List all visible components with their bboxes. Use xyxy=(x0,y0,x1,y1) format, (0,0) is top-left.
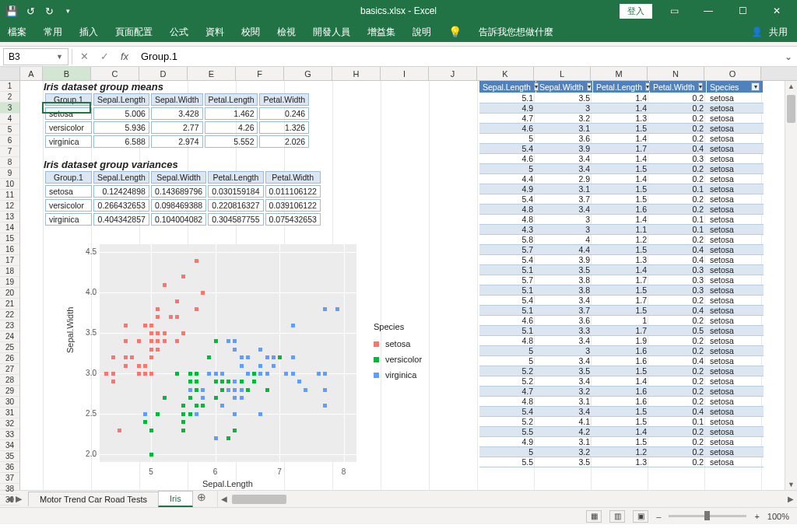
tab-help[interactable]: 說明 xyxy=(413,26,431,39)
row-header[interactable]: 25 xyxy=(0,342,19,353)
scroll-up-icon[interactable]: ▲ xyxy=(785,82,797,90)
row-header[interactable]: 6 xyxy=(0,135,19,146)
column-header[interactable]: G xyxy=(284,67,332,80)
row-header[interactable]: 27 xyxy=(0,364,19,375)
page-layout-view-icon[interactable]: ▥ xyxy=(609,510,625,523)
redo-icon[interactable]: ↻ xyxy=(42,4,56,18)
sheet-tab[interactable]: Motor Trend Car Road Tests xyxy=(28,492,159,506)
column-header[interactable]: H xyxy=(332,67,381,80)
row-header[interactable]: 14 xyxy=(0,222,19,233)
row-header[interactable]: 36 xyxy=(0,462,19,473)
row-header[interactable]: 33 xyxy=(0,429,19,440)
formula-input[interactable]: Group.1 xyxy=(132,51,780,62)
iris-data-table[interactable]: Sepal.Length▾Sepal.Width▾Petal.Length▾Pe… xyxy=(479,81,764,467)
zoom-level[interactable]: 100% xyxy=(767,512,789,521)
column-header[interactable]: F xyxy=(236,67,284,80)
zoom-in-icon[interactable]: + xyxy=(754,512,759,521)
row-header[interactable]: 37 xyxy=(0,473,19,484)
add-sheet-button[interactable]: ⊕ xyxy=(192,491,211,507)
filter-header[interactable]: Petal.Width▾ xyxy=(650,81,707,93)
column-header[interactable]: C xyxy=(91,67,139,80)
row-header[interactable]: 10 xyxy=(0,179,19,190)
tab-review[interactable]: 校閱 xyxy=(241,26,260,39)
tab-page-layout[interactable]: 頁面配置 xyxy=(115,26,153,39)
qat-customize-icon[interactable]: ▾ xyxy=(61,4,75,18)
scatter-chart[interactable]: Sepal.Width Sepal.Length Species setosav… xyxy=(62,236,389,485)
sign-in-button[interactable]: 登入 xyxy=(620,4,652,19)
fx-icon[interactable]: fx xyxy=(118,51,132,62)
row-header[interactable]: 16 xyxy=(0,244,19,255)
filter-dropdown-icon[interactable]: ▾ xyxy=(587,82,592,91)
row-header[interactable]: 19 xyxy=(0,277,19,288)
column-header[interactable]: N xyxy=(648,67,704,80)
scroll-right-icon[interactable]: ▶ xyxy=(785,495,797,503)
save-icon[interactable]: 💾 xyxy=(5,4,19,18)
filter-header[interactable]: Petal.Length▾ xyxy=(593,81,650,93)
row-header[interactable]: 24 xyxy=(0,331,19,342)
filter-header[interactable]: Sepal.Width▾ xyxy=(536,81,593,93)
row-header[interactable]: 31 xyxy=(0,408,19,418)
row-header[interactable]: 30 xyxy=(0,397,19,408)
filter-dropdown-icon[interactable]: ▾ xyxy=(751,82,760,91)
row-header[interactable]: 22 xyxy=(0,310,19,320)
ribbon-display-icon[interactable]: ▭ xyxy=(657,0,691,22)
tab-view[interactable]: 檢視 xyxy=(277,26,296,39)
column-header[interactable]: D xyxy=(139,67,188,80)
row-header[interactable]: 34 xyxy=(0,440,19,451)
undo-icon[interactable]: ↺ xyxy=(23,4,37,18)
sheet-tab[interactable]: Iris xyxy=(158,491,193,507)
row-header[interactable]: 15 xyxy=(0,233,19,244)
cancel-icon[interactable]: ✕ xyxy=(77,51,91,62)
row-header[interactable]: 5 xyxy=(0,124,19,135)
close-icon[interactable]: ✕ xyxy=(760,0,794,22)
vscroll-thumb[interactable] xyxy=(787,95,795,123)
tab-addins[interactable]: 增益集 xyxy=(367,26,395,39)
horizontal-scrollbar[interactable]: ◀ ▶ xyxy=(217,491,797,507)
column-header[interactable]: O xyxy=(704,67,761,80)
row-header[interactable]: 8 xyxy=(0,157,19,168)
row-header[interactable]: 1 xyxy=(0,81,19,92)
tab-formulas[interactable]: 公式 xyxy=(170,26,188,39)
column-header[interactable]: A xyxy=(20,67,43,80)
tell-me[interactable]: 告訴我您想做什麼 xyxy=(479,26,553,39)
select-all-corner[interactable] xyxy=(0,67,20,80)
row-header[interactable]: 12 xyxy=(0,201,19,212)
sheet-nav-prev-icon[interactable]: ◀ xyxy=(6,494,12,504)
column-header[interactable]: I xyxy=(381,67,429,80)
enter-icon[interactable]: ✓ xyxy=(97,51,111,62)
tab-developer[interactable]: 開發人員 xyxy=(313,26,350,39)
row-header[interactable]: 4 xyxy=(0,114,19,124)
lightbulb-icon[interactable]: 💡 xyxy=(448,26,462,38)
row-header[interactable]: 29 xyxy=(0,386,19,397)
row-header[interactable]: 9 xyxy=(0,168,19,179)
row-header[interactable]: 11 xyxy=(0,190,19,201)
expand-formula-bar-icon[interactable]: ⌄ xyxy=(780,51,797,62)
scroll-left-icon[interactable]: ◀ xyxy=(218,495,230,503)
tab-data[interactable]: 資料 xyxy=(205,26,224,39)
tab-home[interactable]: 常用 xyxy=(44,26,62,39)
filter-header[interactable]: Sepal.Length▾ xyxy=(479,81,536,93)
zoom-slider[interactable] xyxy=(669,515,746,517)
page-break-view-icon[interactable]: ▣ xyxy=(633,510,648,523)
row-header[interactable]: 35 xyxy=(0,451,19,462)
vertical-scrollbar[interactable]: ▲ ▼ xyxy=(785,81,797,490)
column-header[interactable]: B xyxy=(43,67,91,80)
hscroll-thumb[interactable] xyxy=(232,495,286,504)
filter-header[interactable]: Species▾ xyxy=(707,81,764,93)
normal-view-icon[interactable]: ▦ xyxy=(586,510,602,523)
column-header[interactable]: M xyxy=(591,67,648,80)
worksheet[interactable]: ABCDEFGHIJKLMNO 123456789101112131415161… xyxy=(0,67,797,507)
name-box[interactable]: B3 ▼ xyxy=(3,48,68,65)
tab-insert[interactable]: 插入 xyxy=(79,26,98,39)
row-header[interactable]: 3 xyxy=(0,103,19,114)
column-header[interactable]: J xyxy=(429,67,477,80)
filter-dropdown-icon[interactable]: ▾ xyxy=(698,82,703,91)
column-header[interactable]: K xyxy=(477,67,534,80)
row-header[interactable]: 7 xyxy=(0,146,19,157)
cell-grid[interactable]: Iris dataset group means Group.1Sepal.Le… xyxy=(20,81,797,490)
column-header[interactable]: L xyxy=(534,67,591,80)
row-header[interactable]: 17 xyxy=(0,255,19,266)
zoom-handle[interactable] xyxy=(704,511,710,520)
minimize-icon[interactable]: — xyxy=(691,0,725,22)
row-header[interactable]: 32 xyxy=(0,418,19,429)
